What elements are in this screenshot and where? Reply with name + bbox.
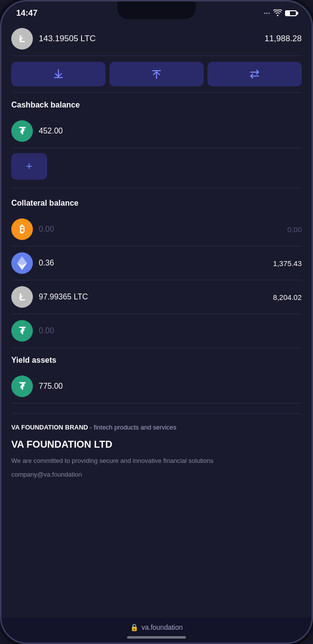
exchange-button[interactable] xyxy=(208,62,302,86)
btc-icon: ₿ xyxy=(11,218,33,240)
cashback-title: Cashback balance xyxy=(11,93,302,114)
brand-name: VA FOUNDATION BRAND xyxy=(11,424,88,431)
btc-left: ₿ 0.00 xyxy=(11,218,54,240)
battery-icon xyxy=(285,10,297,16)
wifi-icon xyxy=(273,9,282,18)
receive-button[interactable] xyxy=(11,62,105,86)
usdt-collateral-icon: ₮ xyxy=(11,320,33,342)
yield-balance-row: ₮ 775.00 xyxy=(11,370,302,403)
action-buttons xyxy=(11,56,302,93)
wallet-left: Ł 143.19505 LTC xyxy=(11,28,96,50)
cashback-balance-row: ₮ 452.00 xyxy=(11,114,302,148)
home-indicator[interactable] xyxy=(127,636,186,639)
status-icons: ··· xyxy=(264,9,297,18)
wallet-amount: 143.19505 LTC xyxy=(39,34,96,44)
add-cashback-button[interactable]: + xyxy=(11,153,47,180)
main-content: Ł 143.19505 LTC 11,988.28 xyxy=(1,22,312,639)
ltc-collateral-icon: Ł xyxy=(11,286,33,308)
eth-left: 0.36 xyxy=(11,252,54,274)
collateral-btc-row: ₿ 0.00 0.00 xyxy=(11,213,302,246)
wallet-fiat-value: 11,988.28 xyxy=(264,34,302,44)
btc-amount: 0.00 xyxy=(39,225,54,234)
brand-line: VA FOUNDATION BRAND - fintech products a… xyxy=(11,424,302,431)
collateral-eth-row: 0.36 1,375.43 xyxy=(11,246,302,280)
url-bar: 🔒 va.foundation xyxy=(130,623,183,631)
send-button[interactable] xyxy=(109,62,204,86)
usdt-collateral-amount: 0.00 xyxy=(39,326,54,335)
footer-section: VA FOUNDATION BRAND - fintech products a… xyxy=(11,413,302,498)
usdt-cashback-icon: ₮ xyxy=(11,120,33,142)
collateral-ltc-row: Ł 97.99365 LTC 8,204.02 xyxy=(11,280,302,314)
wallet-header: Ł 143.19505 LTC 11,988.28 xyxy=(11,22,302,56)
yield-title: Yield assets xyxy=(11,348,302,370)
cashback-amount: 452.00 xyxy=(39,127,63,135)
ltc-collateral-amount: 97.99365 LTC xyxy=(39,293,88,301)
eth-fiat: 1,375.43 xyxy=(273,259,302,268)
eth-amount: 0.36 xyxy=(39,259,54,268)
collateral-usdt-row: ₮ 0.00 xyxy=(11,314,302,348)
signal-icon: ··· xyxy=(264,10,270,17)
phone-frame: 14:47 ··· Ł 143.19505 LTC 11 xyxy=(0,0,313,644)
ltc-coin-icon: Ł xyxy=(11,28,33,50)
usdt-left: ₮ 0.00 xyxy=(11,320,54,342)
collateral-title: Collateral balance xyxy=(11,191,302,213)
divider-1 xyxy=(11,188,302,188)
yield-amount: 775.00 xyxy=(39,382,63,391)
company-title: VA FOUNDATION LTD xyxy=(11,439,302,450)
usdt-yield-icon: ₮ xyxy=(11,376,33,397)
ltc-left: Ł 97.99365 LTC xyxy=(11,286,88,308)
lock-icon: 🔒 xyxy=(130,623,138,631)
phone-notch xyxy=(117,1,196,19)
collateral-section: Collateral balance ₿ 0.00 0.00 xyxy=(11,191,302,348)
brand-sub: - fintech products and services xyxy=(88,424,176,431)
bottom-bar: 🔒 va.foundation xyxy=(1,617,312,643)
ltc-collateral-fiat: 8,204.02 xyxy=(273,293,302,301)
company-email: company@va.foundation xyxy=(11,471,302,478)
btc-fiat: 0.00 xyxy=(287,225,302,234)
company-description: We are committed to providing secure and… xyxy=(11,456,302,466)
url-text: va.foundation xyxy=(141,623,183,631)
cashback-left: ₮ 452.00 xyxy=(11,120,63,142)
cashback-section: Cashback balance ₮ 452.00 + xyxy=(11,93,302,185)
yield-section: Yield assets ₮ 775.00 xyxy=(11,348,302,403)
yield-left: ₮ 775.00 xyxy=(11,376,63,397)
status-time: 14:47 xyxy=(16,8,37,18)
eth-icon xyxy=(11,252,33,274)
